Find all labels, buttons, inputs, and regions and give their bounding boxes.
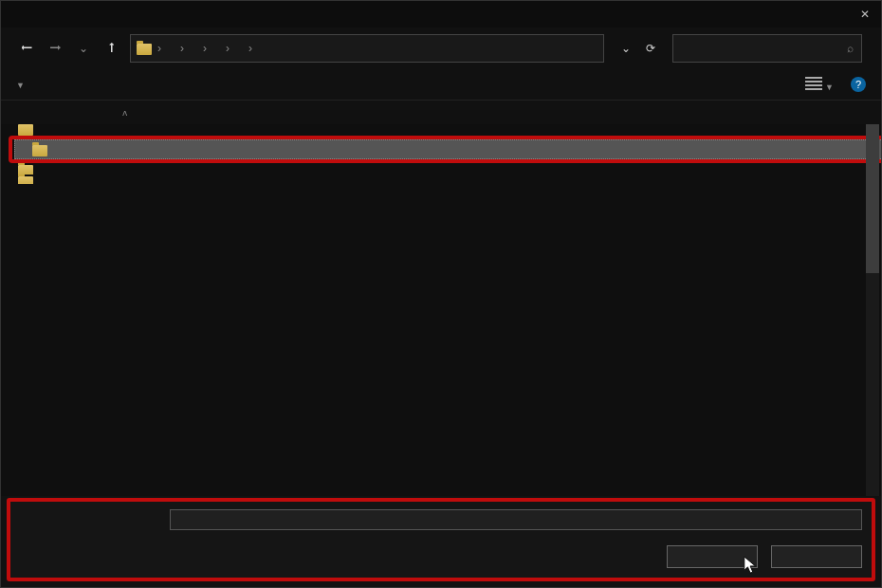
cancel-button[interactable] — [771, 545, 862, 568]
list-item[interactable] — [1, 124, 881, 136]
chevron-right-icon: › — [201, 42, 209, 55]
search-icon[interactable]: ⌕ — [847, 42, 854, 55]
dialog-window: ✕ 🠔 🠖 ⌄ 🠕 › › › › › ⌄ ⟳ ⌕ ▼ — [0, 0, 882, 588]
back-icon[interactable]: 🠔 — [16, 38, 37, 59]
chevron-down-icon: ▼ — [16, 81, 25, 90]
up-icon[interactable]: 🠕 — [101, 38, 122, 59]
address-bar[interactable]: › › › › › — [130, 34, 604, 63]
scrollbar[interactable] — [866, 124, 879, 496]
folder-input[interactable] — [170, 509, 862, 530]
list-item[interactable] — [1, 175, 881, 184]
scrollbar-thumb[interactable] — [866, 124, 879, 273]
view-button[interactable]: ▼ — [805, 77, 834, 93]
highlighted-item — [9, 136, 881, 163]
sort-asc-icon: ʌ — [122, 108, 127, 118]
search-input[interactable] — [681, 42, 833, 55]
refresh-icon[interactable]: ⟳ — [646, 42, 655, 55]
chevron-right-icon: › — [224, 42, 231, 55]
chevron-down-icon: ▼ — [825, 83, 834, 92]
folder-field-row — [20, 509, 862, 530]
chevron-right-icon: › — [178, 42, 186, 55]
folder-icon — [18, 165, 33, 175]
search-box[interactable]: ⌕ — [672, 34, 862, 63]
list-view-icon — [805, 77, 822, 90]
list-item-selected[interactable] — [14, 139, 881, 159]
history-dropdown-icon[interactable]: ⌄ — [621, 42, 631, 55]
folder-icon — [137, 44, 152, 55]
organize-button[interactable]: ▼ — [16, 78, 25, 91]
titlebar: ✕ — [1, 1, 881, 28]
recent-dropdown-icon[interactable]: ⌄ — [73, 38, 94, 59]
close-icon[interactable]: ✕ — [856, 8, 873, 21]
list-item[interactable] — [1, 163, 881, 175]
button-row — [20, 545, 862, 568]
footer-highlight — [7, 498, 875, 581]
forward-icon[interactable]: 🠖 — [45, 38, 65, 59]
help-icon[interactable]: ? — [851, 77, 866, 92]
navbar: 🠔 🠖 ⌄ 🠕 › › › › › ⌄ ⟳ ⌕ — [1, 28, 881, 69]
column-headers: ʌ — [1, 100, 881, 124]
folder-icon — [32, 145, 47, 156]
chevron-right-icon: › — [247, 42, 254, 55]
address-actions: ⌄ ⟳ — [612, 42, 665, 55]
chevron-right-icon: › — [156, 42, 163, 55]
toolbar: ▼ ▼ ? — [1, 69, 881, 100]
column-name[interactable]: ʌ — [18, 108, 261, 118]
file-listing — [1, 124, 881, 496]
select-folder-button[interactable] — [667, 545, 758, 568]
folder-icon — [18, 176, 33, 184]
folder-icon — [18, 124, 33, 136]
